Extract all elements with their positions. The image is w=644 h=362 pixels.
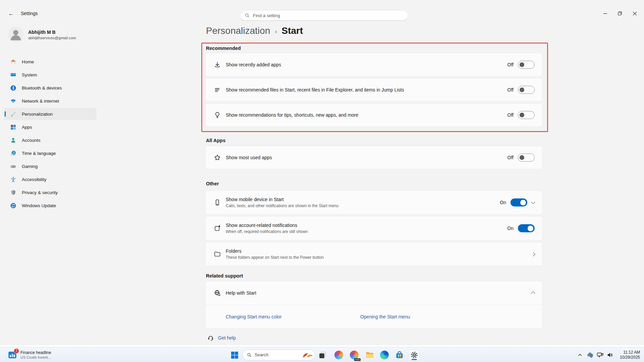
tray-date: 10/29/2025 bbox=[615, 355, 640, 360]
sidebar-item-label: Time & language bbox=[22, 151, 56, 156]
tray-chevron-up-icon[interactable] bbox=[575, 350, 585, 360]
taskbar-search-label: Search bbox=[255, 352, 298, 357]
toggle-recommended-files[interactable] bbox=[518, 86, 535, 94]
home-icon bbox=[10, 59, 16, 65]
search-input[interactable]: Find a setting bbox=[240, 10, 408, 21]
user-profile: Abhijith M B abhijithservices@gmail.com bbox=[8, 27, 76, 42]
toggle-recommendations-tips[interactable] bbox=[518, 111, 535, 119]
windows-update-icon bbox=[10, 202, 16, 209]
onedrive-tray-icon[interactable] bbox=[585, 350, 595, 360]
sidebar-item-system[interactable]: System bbox=[4, 69, 97, 81]
setting-row-recently-added: Show recently added apps Off bbox=[205, 53, 542, 76]
chevron-up-icon[interactable] bbox=[531, 291, 535, 296]
widgets-icon: 2 bbox=[7, 350, 17, 360]
gaming-icon bbox=[10, 163, 16, 170]
search-icon bbox=[245, 13, 250, 18]
chevron-down-icon[interactable] bbox=[531, 200, 535, 204]
bluetooth-icon bbox=[10, 85, 16, 91]
breadcrumb-personalization[interactable]: Personalization bbox=[206, 25, 270, 36]
search-icon bbox=[247, 353, 252, 357]
folder-icon bbox=[214, 250, 221, 258]
setting-title: Show recommended files in Start, recent … bbox=[226, 87, 404, 93]
toggle-recently-added[interactable] bbox=[518, 61, 535, 69]
sidebar-item-windows-update[interactable]: Windows Update bbox=[4, 199, 97, 212]
notification-icon bbox=[214, 225, 221, 232]
task-view-button[interactable] bbox=[317, 350, 328, 360]
widgets-button[interactable]: 2 Finance headline US Crude Invent... bbox=[5, 349, 54, 361]
taskbar-search[interactable]: Search bbox=[242, 349, 315, 360]
setting-row-most-used: Show most used apps Off bbox=[205, 146, 542, 169]
volume-tray-icon[interactable] bbox=[605, 350, 615, 360]
setting-title: Show mobile device in Start bbox=[226, 197, 338, 202]
page-title: Start bbox=[281, 25, 303, 36]
toggle-most-used[interactable] bbox=[518, 154, 535, 162]
widget-badge: 2 bbox=[14, 348, 19, 354]
shield-icon bbox=[10, 189, 16, 196]
setting-subtitle: Calls, texts, and other notifications ar… bbox=[226, 203, 338, 208]
link-opening-start-menu[interactable]: Opening the Start menu bbox=[360, 314, 410, 319]
help-with-start-row[interactable]: Help with Start bbox=[206, 281, 542, 305]
apps-icon bbox=[10, 124, 16, 130]
toggle-state-label: Off bbox=[507, 112, 514, 118]
sidebar-item-label: Privacy & security bbox=[22, 190, 58, 195]
setting-row-account-notifications: Show account-related notifications When … bbox=[205, 216, 542, 240]
m365-copilot-icon[interactable]: M365 bbox=[349, 350, 360, 360]
personalization-icon bbox=[10, 111, 16, 117]
sidebar-item-home[interactable]: Home bbox=[4, 56, 97, 68]
support-links: Changing Start menu color Opening the St… bbox=[206, 305, 542, 328]
restore-button[interactable] bbox=[612, 7, 627, 19]
setting-title: Show recommendations for tips, shortcuts… bbox=[226, 112, 358, 118]
toggle-account-notifications[interactable] bbox=[518, 224, 535, 232]
setting-title: Show recently added apps bbox=[226, 62, 281, 67]
start-button[interactable] bbox=[229, 350, 240, 360]
clock-tray[interactable]: 11:12 AM 10/29/2025 bbox=[615, 350, 644, 360]
file-explorer-icon[interactable] bbox=[364, 350, 375, 360]
toggle-state-label: Off bbox=[507, 87, 514, 93]
sidebar-item-gaming[interactable]: Gaming bbox=[4, 160, 97, 172]
system-icon bbox=[10, 72, 16, 78]
sidebar-item-network[interactable]: Network & internet bbox=[4, 95, 97, 107]
user-name: Abhijith M B bbox=[28, 29, 76, 35]
settings-taskbar-icon[interactable] bbox=[409, 350, 420, 360]
toggle-mobile-device[interactable] bbox=[511, 198, 527, 206]
back-button[interactable]: ← bbox=[5, 9, 17, 18]
sidebar-item-label: Home bbox=[22, 59, 34, 64]
sidebar-item-label: Network & internet bbox=[22, 99, 59, 104]
microsoft-store-icon[interactable] bbox=[394, 350, 405, 360]
section-label-recommended: Recommended bbox=[206, 46, 241, 51]
sidebar-item-label: Accounts bbox=[22, 138, 41, 143]
setting-subtitle: These folders appear on Start next to th… bbox=[226, 255, 324, 260]
get-help-link[interactable]: Get help bbox=[218, 335, 236, 341]
network-tray-icon[interactable] bbox=[595, 350, 605, 360]
avatar bbox=[8, 27, 23, 42]
setting-subtitle: When off, required notifications are sti… bbox=[226, 229, 308, 234]
tray-time: 11:12 AM bbox=[615, 350, 640, 355]
sidebar-item-accessibility[interactable]: Accessibility bbox=[4, 173, 97, 185]
star-icon bbox=[214, 154, 221, 161]
minimize-button[interactable] bbox=[598, 7, 612, 19]
list-icon bbox=[214, 86, 221, 94]
sidebar-item-time-language[interactable]: Time & language bbox=[4, 147, 97, 159]
copilot-icon[interactable] bbox=[333, 350, 344, 360]
seasonal-leaves-icon bbox=[301, 351, 313, 359]
close-button[interactable] bbox=[627, 7, 642, 19]
setting-row-recommendations-tips: Show recommendations for tips, shortcuts… bbox=[205, 103, 542, 127]
breadcrumb: Personalization › Start bbox=[206, 25, 303, 36]
sidebar-item-apps[interactable]: Apps bbox=[4, 121, 97, 133]
sidebar-item-label: Apps bbox=[22, 125, 32, 130]
link-changing-start-menu-color[interactable]: Changing Start menu color bbox=[226, 314, 360, 319]
setting-row-folders[interactable]: Folders These folders appear on Start ne… bbox=[205, 242, 542, 266]
toggle-state-label: On bbox=[507, 226, 514, 231]
chevron-right-icon[interactable] bbox=[531, 252, 535, 256]
setting-title: Folders bbox=[226, 248, 324, 254]
toggle-state-label: Off bbox=[507, 62, 514, 67]
sidebar-item-personalization[interactable]: Personalization bbox=[4, 108, 97, 120]
edge-icon[interactable] bbox=[379, 350, 390, 360]
sidebar-item-privacy[interactable]: Privacy & security bbox=[4, 186, 97, 198]
sidebar-item-label: Gaming bbox=[22, 164, 38, 169]
sidebar-item-accounts[interactable]: Accounts bbox=[4, 134, 97, 146]
setting-title: Show account-related notifications bbox=[226, 223, 308, 228]
setting-title: Show most used apps bbox=[226, 155, 272, 160]
sidebar-item-label: System bbox=[22, 72, 37, 77]
sidebar-item-bluetooth[interactable]: Bluetooth & devices bbox=[4, 82, 97, 94]
